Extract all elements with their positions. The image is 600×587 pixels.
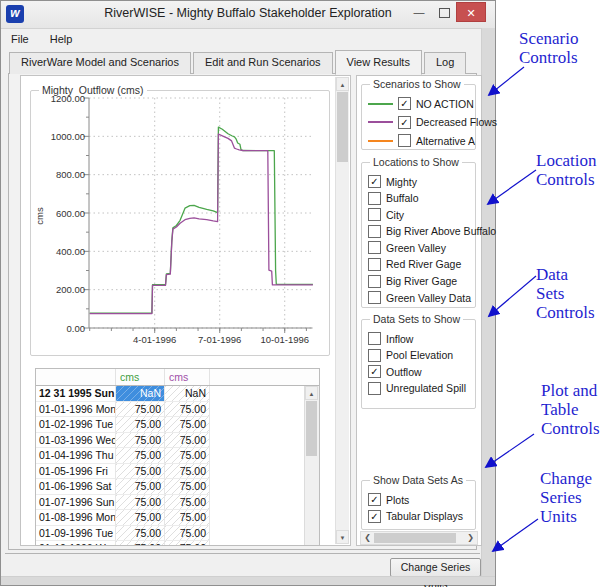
checkbox[interactable]: ✓ <box>398 97 411 110</box>
table-cell[interactable]: 01-03-1996 Wed <box>36 433 116 449</box>
checkbox-label[interactable]: NO ACTION <box>416 98 474 110</box>
scroll-down-icon[interactable]: ▼ <box>336 530 349 544</box>
table-cell[interactable]: 75.00 <box>165 433 210 449</box>
checkbox-label[interactable]: Unregulated Spill <box>386 382 466 394</box>
table-cell[interactable]: 01-01-1996 Mon <box>36 402 116 418</box>
table-cell[interactable]: 75.00 <box>165 526 210 542</box>
table-cell[interactable]: 75.00 <box>165 402 210 418</box>
checkbox[interactable] <box>368 291 381 304</box>
checkbox[interactable] <box>368 192 381 205</box>
checkbox-row[interactable]: Red River Gage <box>368 258 470 271</box>
table-cell[interactable]: 01-02-1996 Tue <box>36 417 116 433</box>
table-cell[interactable]: 75.00 <box>116 417 165 433</box>
checkbox[interactable]: ✓ <box>368 510 381 523</box>
table-cell[interactable]: 75.00 <box>165 448 210 464</box>
table-cell[interactable]: 75.00 <box>165 479 210 495</box>
table-cell[interactable]: NaN <box>165 386 210 402</box>
table-cell[interactable]: 75.00 <box>165 417 210 433</box>
checkbox[interactable] <box>368 349 381 362</box>
checkbox-row[interactable]: Inflow <box>368 332 470 345</box>
table-cell[interactable]: 01-05-1996 Fri <box>36 464 116 480</box>
table-cell[interactable]: 75.00 <box>165 464 210 480</box>
table-cell[interactable]: 01-04-1996 Thu <box>36 448 116 464</box>
checkbox-label[interactable]: Big River Above Buffalo <box>386 225 496 237</box>
checkbox-label[interactable]: Decreased Flows <box>416 116 497 128</box>
checkbox-label[interactable]: Red River Gage <box>386 258 461 270</box>
table-cell[interactable]: 01-06-1996 Sat <box>36 479 116 495</box>
checkbox-row[interactable]: ✓Decreased Flows <box>368 116 470 129</box>
checkbox-label[interactable]: Big River Gage <box>386 275 457 287</box>
checkbox-row[interactable]: ✓NO ACTION <box>368 97 470 110</box>
checkbox-label[interactable]: City <box>386 209 404 221</box>
change-series-units-button[interactable]: Change Series Units <box>390 558 481 577</box>
checkbox[interactable] <box>368 382 381 395</box>
checkbox-row[interactable]: Big River Above Buffalo <box>368 225 470 238</box>
checkbox-label[interactable]: Green Valley <box>386 242 446 254</box>
table-cell[interactable]: 75.00 <box>116 479 165 495</box>
checkbox-row[interactable]: Big River Gage <box>368 275 470 288</box>
scrollbar-thumb[interactable] <box>337 92 348 162</box>
checkbox[interactable]: ✓ <box>368 365 381 378</box>
tab-log[interactable]: Log <box>424 52 466 74</box>
checkbox-label[interactable]: Plots <box>386 494 409 506</box>
checkbox-label[interactable]: Tabular Displays <box>386 510 463 522</box>
checkbox[interactable]: ✓ <box>398 116 411 129</box>
checkbox-label[interactable]: Green Valley Data <box>386 292 471 304</box>
title-bar[interactable]: w RiverWISE - Mighty Buffalo Stakeholder… <box>1 1 495 29</box>
scrollbar-thumb[interactable] <box>306 401 317 456</box>
table-cell[interactable]: 75.00 <box>116 495 165 511</box>
checkbox[interactable] <box>368 225 381 238</box>
close-button[interactable]: ✕ <box>456 2 486 22</box>
table-cell[interactable]: 75.00 <box>165 495 210 511</box>
checkbox-row[interactable]: Unregulated Spill <box>368 382 470 395</box>
checkbox-row[interactable]: ✓Plots <box>368 493 470 506</box>
horizontal-scrollbar[interactable]: ❮ ❯ <box>360 531 478 545</box>
table-cell[interactable]: 75.00 <box>116 526 165 542</box>
checkbox-row[interactable]: Buffalo <box>368 192 470 205</box>
checkbox[interactable]: ✓ <box>368 175 381 188</box>
table-cell[interactable]: 75.00 <box>116 448 165 464</box>
tab-edit-and-run-scenarios[interactable]: Edit and Run Scenarios <box>193 52 333 74</box>
scroll-up-icon[interactable]: ▲ <box>305 386 318 400</box>
table-cell[interactable]: 75.00 <box>116 402 165 418</box>
checkbox-label[interactable]: Buffalo <box>386 192 419 204</box>
checkbox[interactable] <box>368 258 381 271</box>
table-cell[interactable]: 75.00 <box>116 541 165 546</box>
table-cell[interactable]: 01-10-1996 Wed <box>36 541 116 546</box>
panel-scrollbar[interactable]: ▲ ▼ <box>335 77 349 544</box>
checkbox-row[interactable]: Green Valley Data <box>368 291 470 304</box>
checkbox[interactable] <box>398 134 411 147</box>
checkbox-row[interactable]: Alternative A <box>368 134 470 147</box>
table-cell[interactable]: 75.00 <box>116 510 165 526</box>
table-scrollbar[interactable]: ▲ <box>304 386 319 545</box>
tab-view-results[interactable]: View Results <box>335 50 422 75</box>
checkbox-label[interactable]: Outflow <box>386 366 422 378</box>
tab-riverware-model-and-scenarios[interactable]: RiverWare Model and Scenarios <box>9 52 191 74</box>
table-cell[interactable]: 75.00 <box>165 541 210 546</box>
checkbox-row[interactable]: City <box>368 208 470 221</box>
minimize-button[interactable]: — <box>406 2 432 22</box>
checkbox-row[interactable]: Green Valley <box>368 241 470 254</box>
scrollbar-thumb[interactable] <box>374 533 456 543</box>
menu-help[interactable]: Help <box>41 29 82 49</box>
checkbox-label[interactable]: Pool Elevation <box>386 349 453 361</box>
table-cell[interactable]: 01-07-1996 Sun <box>36 495 116 511</box>
scroll-right-icon[interactable]: ❯ <box>464 532 477 544</box>
checkbox-label[interactable]: Alternative A <box>416 135 475 147</box>
menu-file[interactable]: File <box>2 29 38 49</box>
checkbox-row[interactable]: ✓Mighty <box>368 175 470 188</box>
maximize-button[interactable] <box>432 2 456 22</box>
checkbox-row[interactable]: Pool Elevation <box>368 349 470 362</box>
checkbox-label[interactable]: Inflow <box>386 333 413 345</box>
table-cell[interactable]: NaN <box>116 386 165 402</box>
checkbox[interactable] <box>368 241 381 254</box>
table-cell[interactable]: 01-08-1996 Mon <box>36 510 116 526</box>
table-cell[interactable]: 12 31 1995 Sun <box>36 386 116 402</box>
checkbox[interactable] <box>368 208 381 221</box>
checkbox[interactable] <box>368 332 381 345</box>
checkbox-row[interactable]: ✓Outflow <box>368 365 470 378</box>
scroll-up-icon[interactable]: ▲ <box>336 77 349 91</box>
checkbox[interactable] <box>368 275 381 288</box>
table-cell[interactable]: 75.00 <box>116 464 165 480</box>
scroll-left-icon[interactable]: ❮ <box>361 532 374 544</box>
